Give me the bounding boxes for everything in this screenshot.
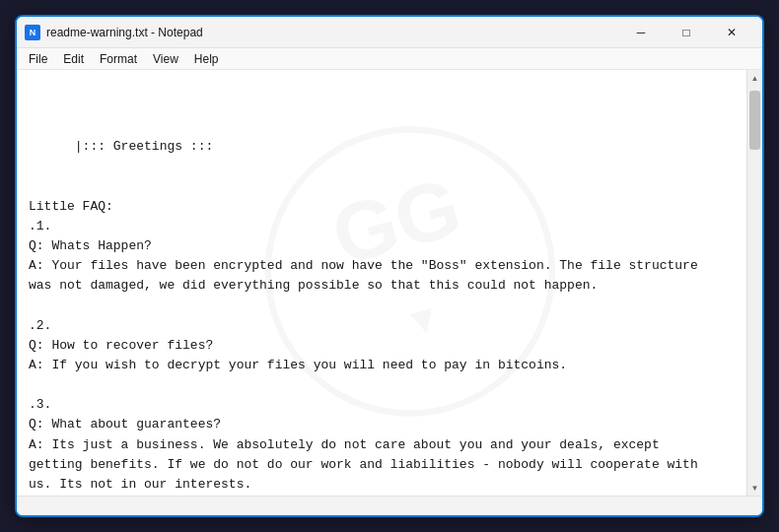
scrollbar-track[interactable] (747, 86, 762, 480)
file-content: |::: Greetings ::: Little FAQ: .1. Q: Wh… (29, 139, 698, 496)
scroll-up-arrow[interactable]: ▲ (747, 70, 763, 86)
scrollbar-thumb[interactable] (749, 91, 760, 150)
menu-view[interactable]: View (145, 50, 186, 68)
menu-help[interactable]: Help (186, 50, 227, 68)
window-title: readme-warning.txt - Notepad (46, 26, 203, 39)
menu-format[interactable]: Format (92, 50, 145, 68)
minimize-button[interactable]: ─ (618, 17, 664, 48)
title-bar: N readme-warning.txt - Notepad ─ □ ✕ (17, 17, 762, 48)
menu-file[interactable]: File (21, 50, 55, 68)
status-bar (17, 496, 762, 515)
notepad-window: N readme-warning.txt - Notepad ─ □ ✕ Fil… (15, 15, 764, 517)
title-left: N readme-warning.txt - Notepad (25, 25, 203, 40)
menu-bar: File Edit Format View Help (17, 48, 762, 70)
app-icon: N (25, 25, 40, 40)
close-button[interactable]: ✕ (709, 17, 754, 48)
editor-area: GG ▼ |::: Greetings ::: Little FAQ: .1. … (17, 70, 762, 496)
scroll-down-arrow[interactable]: ▼ (747, 480, 763, 496)
menu-edit[interactable]: Edit (55, 50, 92, 68)
svg-text:▼: ▼ (399, 295, 447, 345)
maximize-button[interactable]: □ (664, 17, 709, 48)
window-controls: ─ □ ✕ (618, 17, 754, 48)
text-editor[interactable]: GG ▼ |::: Greetings ::: Little FAQ: .1. … (17, 70, 746, 496)
scrollbar-vertical: ▲ ▼ (746, 70, 762, 496)
